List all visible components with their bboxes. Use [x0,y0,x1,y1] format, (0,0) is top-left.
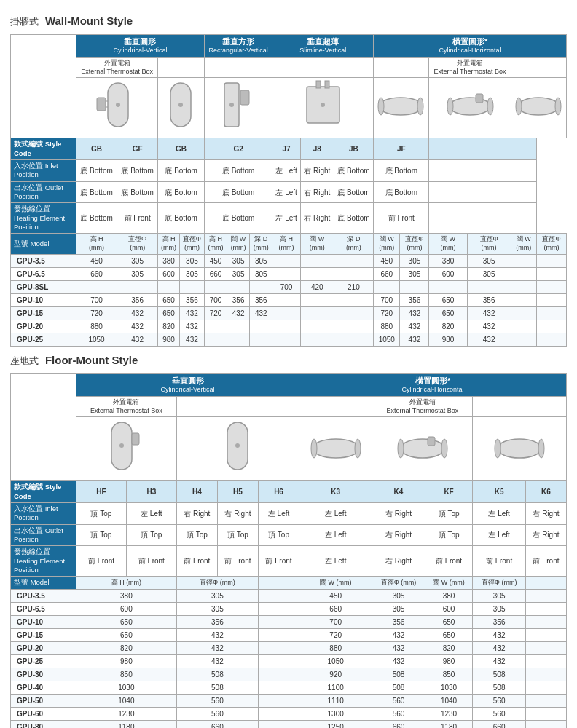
code-h4: H4 [176,481,217,503]
floor-model-gpu50: GPU-50 1040560 11105601040560 [11,694,567,707]
fheat-hf: 前 Front [76,546,127,577]
outlet-jf: 底 Bottom [374,181,429,203]
finlet-k3: 左 Left [299,502,372,524]
svg-point-28 [235,443,240,448]
svg-rect-11 [316,81,321,88]
finlet-k6: 右 Right [525,502,566,524]
code-jf-combined: JF [374,138,429,160]
dim-gf-d: 直徑Φ(mm) [179,234,204,254]
fheat-kf: 前 Front [425,546,473,577]
svg-point-21 [518,98,559,115]
col-slimline-vertical: 垂直超薄 Slimline-Vertical [272,35,374,58]
svg-point-22 [516,98,522,115]
floor-inlet-label: 入水位置 Inlet Position [11,502,76,524]
inlet-j8: 右 Right [300,160,334,182]
svg-point-13 [321,103,325,107]
floor-model-code: GPU-80 [11,720,76,728]
code-j8: J8 [300,138,334,160]
fheat-h6: 前 Front [258,546,299,577]
code-j7: J7 [272,138,301,160]
floor-heating-label: 發熱線位置Heating Element Position [11,546,76,577]
model-code: GPU-15 [11,306,76,320]
fheat-k6: 前 Front [525,546,566,577]
svg-point-34 [441,439,447,458]
img-horiz2 [511,78,566,138]
fdim-kw: 闊 W (mm) [299,577,372,589]
finlet-hf: 頂 Top [76,502,127,524]
img-gf [204,78,272,138]
model-row-gpu25: GPU-25 1050432980432 1050432980432 [11,333,567,346]
code-gf: GF [117,138,158,160]
model-row-gpu20: GPU-20 880432820432 880432820432 [11,320,567,333]
code-g2: G2 [204,138,272,160]
svg-rect-20 [476,94,483,103]
model-code: GPU-6.5 [11,267,76,280]
foutlet-k5: 左 Left [473,524,525,546]
code-gb1: GB [76,138,117,160]
inlet-j7: 左 Left [272,160,301,182]
img-gb [158,78,205,138]
horiz-external-box: 外置電箱External Thermostat Box [429,57,511,77]
foutlet-h3: 頂 Top [126,524,176,546]
floor-model-gpu10: GPU-10 650356 700356650356 [11,615,567,628]
floor-model-code: GPU-25 [11,654,76,668]
model-row-gpu65: GPU-6.5 660305600305 660305305 660305600… [11,267,567,280]
svg-point-15 [378,98,384,115]
svg-point-14 [379,98,423,115]
model-label: 型號 Model [11,234,76,254]
floor-style-code-label: 款式編號 Style Code [11,481,76,503]
wall-mount-section: 掛牆式 Wall-Mount Style 垂直圓形 Cylindrical-Ve… [10,15,567,347]
fheat-k3: 左 Left [299,546,372,577]
finlet-h3: 左 Left [126,502,176,524]
code-extra [429,138,511,160]
floor-model-gpu25: GPU-25 980432 1050432980432 [11,654,567,668]
floor-img-vert-ext [76,417,177,481]
heat-jf: 前 Front [374,203,429,234]
svg-point-16 [417,98,423,115]
svg-point-32 [401,439,444,458]
model-code: GPU-10 [11,293,76,306]
finlet-h6: 左 Left [258,502,299,524]
dim-jf-w: 闊 W(mm) [511,234,536,254]
heat-gb2: 底 Bottom [158,203,205,234]
floor-model-code: GPU-40 [11,681,76,694]
model-code: GPU-8SL [11,280,76,293]
dim-gf-h: 高 H(mm) [158,234,180,254]
outlet-gf: 底 Bottom [117,181,158,203]
dim-gb1-h: 高 H(mm) [76,234,117,254]
floor-col-horiz: 橫置圓形* Cylindrical-Horizontal [299,373,567,396]
floor-model-gpu30: GPU-30 850508 920508850508 [11,668,567,681]
outlet-gb2: 底 Bottom [158,181,205,203]
floor-model-gpu60: GPU-60 1230560 13005601230560 [11,707,567,720]
foutlet-h4: 頂 Top [176,524,217,546]
svg-rect-25 [132,433,139,445]
wall-mount-title-zh: 掛牆式 [10,16,39,27]
fdim-kf-w: 闊 W (mm) [425,577,473,589]
model-row-gpu15: GPU-15 720432650432 720432432 7204326504… [11,306,567,320]
finlet-h5: 右 Right [217,502,258,524]
inlet-gb1: 底 Bottom [76,160,117,182]
fheat-h5: 前 Front [217,546,258,577]
floor-horiz-ext: 外置電箱External Thermostat Box [372,396,473,416]
fdim-h: 高 H (mm) [76,577,177,589]
dim-jb-w: 闊 W(mm) [429,234,467,254]
code-jb: JB [334,138,374,160]
heat-extra [429,203,537,234]
svg-point-9 [229,103,234,107]
floor-vert-ext: 外置電箱External Thermostat Box [76,396,177,416]
svg-point-19 [487,98,493,115]
floor-img-horiz-ext [372,417,473,481]
inlet-gb2: 底 Bottom [158,160,205,182]
floor-mount-title-en: Floor-Mount Style [45,354,138,366]
fdim-k5d: 直徑Φ (mm) [473,577,525,589]
floor-col-vert: 垂直圓形 Cylindrical-Vertical [76,373,299,396]
floor-img-horiz [299,417,372,481]
finlet-k4: 右 Right [372,502,425,524]
foutlet-k4: 右 Right [372,524,425,546]
fdim-extra [258,577,299,589]
inlet-label: 入水位置 Inlet Position [11,160,76,182]
outlet-gb1: 底 Bottom [76,181,117,203]
floor-mount-title-zh: 座地式 [10,355,39,366]
floor-outlet-label: 出水位置 Outlet Position [11,524,76,546]
fdim-d: 直徑Φ (mm) [176,577,258,589]
